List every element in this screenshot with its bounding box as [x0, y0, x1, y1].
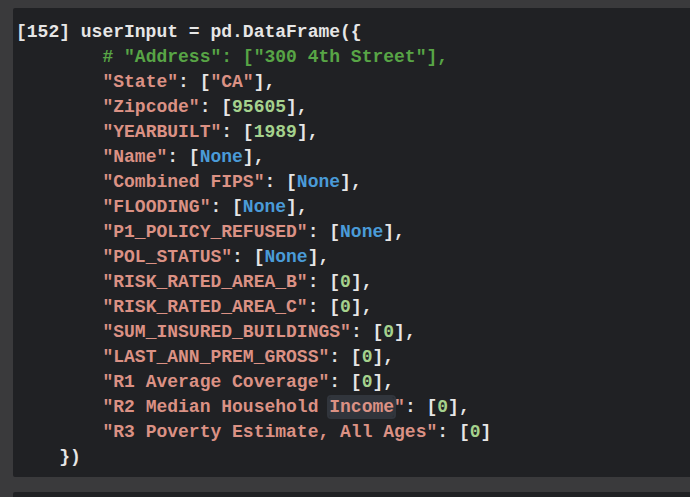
next-code-block-partial — [13, 492, 690, 497]
code-token-string: "RISK_RATED_AREA_C" — [102, 297, 307, 317]
code-token-plain: }) — [16, 447, 81, 467]
code-token-string: "Name" — [102, 147, 167, 167]
code-line: "RISK_RATED_AREA_C": [0], — [16, 295, 690, 320]
code-token-string: "R1 Average Coverage" — [102, 372, 329, 392]
code-token-plain: ], — [372, 372, 394, 392]
code-token-plain: ], — [372, 347, 394, 367]
code-token-string: "P1_POLICY_REFUSED" — [102, 222, 307, 242]
code-token-plain — [16, 172, 102, 192]
code-token-plain — [16, 122, 102, 142]
code-token-string: "SUM_INSURED_BUILDINGS" — [102, 322, 350, 342]
code-token-plain: ], — [448, 397, 470, 417]
code-token-number: 0 — [340, 297, 351, 317]
code-token-string: "State" — [102, 72, 178, 92]
code-token-number: 0 — [340, 272, 351, 292]
code-token-plain: : [ — [329, 372, 361, 392]
code-token-plain: : [ — [221, 122, 253, 142]
code-token-plain — [16, 297, 102, 317]
code-token-keyword: None — [297, 172, 340, 192]
code-line: "FLOODING": [None], — [16, 195, 690, 220]
code-token-string: "Zipcode" — [102, 97, 199, 117]
code-token-plain — [16, 222, 102, 242]
code-line: "Name": [None], — [16, 145, 690, 170]
code-token-plain — [16, 322, 102, 342]
code-token-plain: [152] userInput = pd.DataFrame({ — [16, 22, 362, 42]
code-token-number: 0 — [362, 347, 373, 367]
code-token-plain: ], — [286, 197, 308, 217]
code-token-string: "R3 Poverty Estimate, All Ages" — [102, 422, 437, 442]
code-token-plain: ], — [383, 222, 405, 242]
code-line: "R2 Median Household Income": [0], — [16, 395, 690, 420]
code-token-number: 0 — [437, 397, 448, 417]
code-token-plain — [16, 247, 102, 267]
code-token-plain — [16, 47, 102, 67]
code-token-plain: : [ — [308, 272, 340, 292]
code-token-plain: : [ — [264, 172, 296, 192]
code-token-plain: ], — [340, 172, 362, 192]
code-line: }) — [16, 445, 690, 470]
code-block: [152] userInput = pd.DataFrame({ # "Addr… — [13, 8, 690, 477]
code-line: "YEARBUILT": [1989], — [16, 120, 690, 145]
code-token-plain: ], — [297, 122, 319, 142]
code-token-plain: : [ — [200, 97, 232, 117]
code-token-comment: # "Address": ["300 4th Street"], — [102, 47, 448, 67]
code-token-plain: : [ — [308, 222, 340, 242]
code-token-plain — [16, 272, 102, 292]
code-token-plain: ], — [243, 147, 265, 167]
code-token-string: "RISK_RATED_AREA_B" — [102, 272, 307, 292]
code-token-plain — [16, 397, 102, 417]
code-line: [152] userInput = pd.DataFrame({ — [16, 20, 690, 45]
code-token-plain: : [ — [351, 322, 383, 342]
code-token-plain — [16, 347, 102, 367]
code-token-plain: : [ — [167, 147, 199, 167]
code-line: # "Address": ["300 4th Street"], — [16, 45, 690, 70]
code-token-plain: ], — [286, 97, 308, 117]
code-token-string: " — [394, 397, 405, 417]
code-line: "R1 Average Coverage": [0], — [16, 370, 690, 395]
code-line: "Combined FIPS": [None], — [16, 170, 690, 195]
code-token-number: 0 — [362, 372, 373, 392]
code-token-plain — [16, 72, 102, 92]
code-token-plain: ], — [351, 297, 373, 317]
code-token-keyword: None — [200, 147, 243, 167]
code-token-keyword: None — [243, 197, 286, 217]
code-token-string: "CA" — [210, 72, 253, 92]
code-token-string: "Combined FIPS" — [102, 172, 264, 192]
code-token-keyword: None — [340, 222, 383, 242]
code-token-plain — [16, 97, 102, 117]
code-token-plain: ], — [351, 272, 373, 292]
code-token-number: 95605 — [232, 97, 286, 117]
code-token-plain: : [ — [178, 72, 210, 92]
code-token-plain: : [ — [405, 397, 437, 417]
code-token-plain — [16, 147, 102, 167]
code-token-plain — [16, 422, 102, 442]
code-token-plain: : [ — [437, 422, 469, 442]
code-token-number: 1989 — [254, 122, 297, 142]
code-token-plain: ], — [394, 322, 416, 342]
code-token-number: 0 — [383, 322, 394, 342]
code-token-plain: ], — [254, 72, 276, 92]
code-line: "POL_STATUS": [None], — [16, 245, 690, 270]
code-token-plain: ], — [308, 247, 330, 267]
forum-post-body: [152] userInput = pd.DataFrame({ # "Addr… — [0, 0, 690, 497]
code-token-string: "FLOODING" — [102, 197, 210, 217]
code-token-string: "YEARBUILT" — [102, 122, 221, 142]
code-token-number: 0 — [470, 422, 481, 442]
code-token-plain: : [ — [232, 247, 264, 267]
search-highlighted-text: Income — [329, 397, 394, 417]
code-line: "R3 Poverty Estimate, All Ages": [0] — [16, 420, 690, 445]
code-token-string: "R2 Median Household — [102, 397, 329, 417]
code-token-plain: : [ — [210, 197, 242, 217]
code-line: "P1_POLICY_REFUSED": [None], — [16, 220, 690, 245]
code-token-plain: : [ — [329, 347, 361, 367]
code-line: "RISK_RATED_AREA_B": [0], — [16, 270, 690, 295]
code-line: "SUM_INSURED_BUILDINGS": [0], — [16, 320, 690, 345]
code-token-keyword: None — [264, 247, 307, 267]
code-line: "Zipcode": [95605], — [16, 95, 690, 120]
code-token-plain — [16, 372, 102, 392]
code-token-plain — [16, 197, 102, 217]
code-token-plain: : [ — [308, 297, 340, 317]
code-line: "LAST_ANN_PREM_GROSS": [0], — [16, 345, 690, 370]
code-token-string: "LAST_ANN_PREM_GROSS" — [102, 347, 329, 367]
code-token-plain: ] — [481, 422, 492, 442]
